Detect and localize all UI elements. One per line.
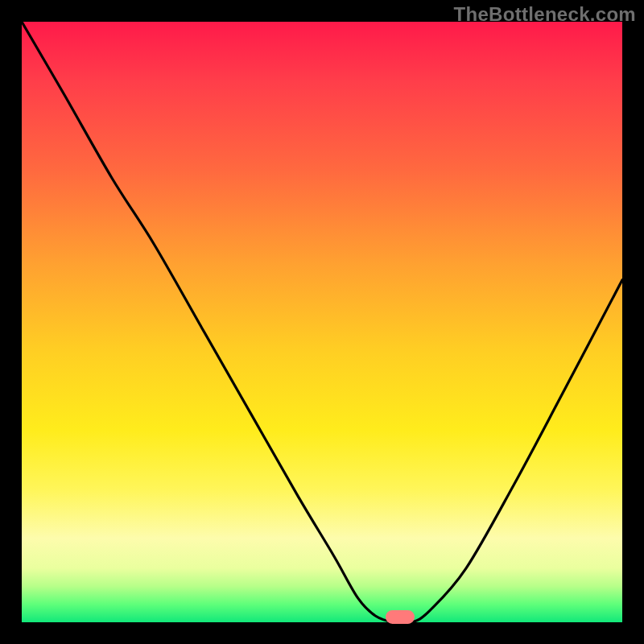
watermark-text: TheBottleneck.com (454, 3, 636, 26)
chart-frame: TheBottleneck.com (0, 0, 644, 644)
curve-path (22, 22, 622, 623)
optimal-marker (386, 610, 415, 624)
bottleneck-curve (22, 22, 622, 622)
plot-area (22, 22, 622, 622)
